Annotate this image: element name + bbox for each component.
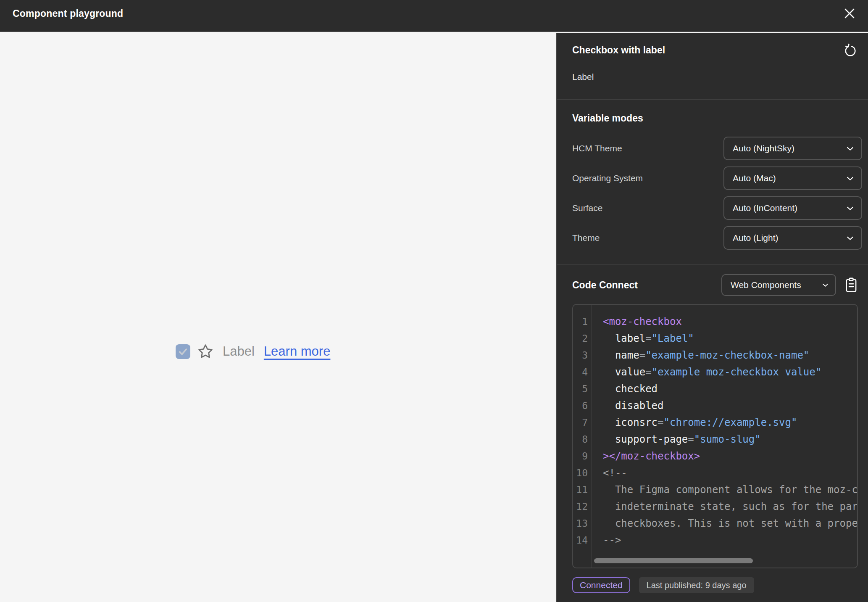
- mode-row-operating-system: Operating System Auto (Mac): [572, 166, 862, 190]
- chevron-down-icon: [822, 283, 829, 287]
- line-number: 1: [573, 313, 592, 330]
- code-line: 13 checkboxes. This is not set with a pr…: [573, 515, 857, 532]
- line-number: 6: [573, 397, 592, 414]
- inspect-panel: Checkbox with label Label Variable modes…: [556, 33, 868, 602]
- theme-select[interactable]: Auto (Light): [723, 226, 862, 250]
- line-number: 7: [573, 414, 592, 431]
- line-number: 13: [573, 515, 592, 532]
- component-canvas: Label Learn more: [0, 33, 556, 602]
- code-line: 7 iconsrc="chrome://example.svg": [573, 414, 857, 431]
- gutter-separator: [592, 305, 592, 568]
- code-line: 3 name="example-moz-checkbox-name": [573, 347, 857, 364]
- mode-label: Operating System: [572, 173, 643, 183]
- select-value: Auto (NightSky): [733, 143, 794, 153]
- line-number: 4: [573, 364, 592, 380]
- chevron-down-icon: [847, 236, 854, 240]
- mode-label: Theme: [572, 233, 600, 243]
- code-line: 10<!--: [573, 465, 857, 481]
- mode-label: HCM Theme: [572, 143, 622, 153]
- line-number: 9: [573, 448, 592, 465]
- code-line: 2 label="Label": [573, 330, 857, 347]
- mode-row-surface: Surface Auto (InContent): [572, 196, 862, 220]
- reset-icon: [843, 43, 858, 58]
- reset-button[interactable]: [843, 43, 858, 58]
- line-number: 12: [573, 498, 592, 515]
- variable-modes-section: Variable modes HCM Theme Auto (NightSky)…: [557, 100, 868, 264]
- line-number: 8: [573, 431, 592, 448]
- select-value: Web Components: [731, 280, 801, 290]
- code-snippet: 1<moz-checkbox2 label="Label"3 name="exa…: [572, 304, 858, 568]
- line-number: 3: [573, 347, 592, 364]
- code-line: 1<moz-checkbox: [573, 313, 857, 330]
- line-number: 10: [573, 465, 592, 481]
- code-line: 12 indeterminate state, such as for the …: [573, 498, 857, 515]
- line-number: 2: [573, 330, 592, 347]
- code-line: 9></moz-checkbox>: [573, 448, 857, 465]
- component-preview: Label Learn more: [176, 343, 330, 360]
- line-number: 11: [573, 481, 592, 498]
- window-titlebar: Component playground: [0, 0, 868, 32]
- surface-select[interactable]: Auto (InContent): [723, 196, 862, 220]
- window-title: Component playground: [13, 8, 123, 19]
- line-number: 5: [573, 380, 592, 397]
- select-value: Auto (Light): [733, 233, 779, 243]
- code-line: 4 value="example moz-checkbox value": [573, 364, 857, 380]
- select-value: Auto (InContent): [733, 203, 797, 213]
- close-button[interactable]: [840, 4, 859, 23]
- code-line: 14-->: [573, 532, 857, 549]
- framework-select[interactable]: Web Components: [721, 274, 836, 296]
- code-line: 5 checked: [573, 380, 857, 397]
- code-line: 11 The Figma component allows for the mo…: [573, 481, 857, 498]
- preview-checkbox-label: Label: [223, 344, 255, 359]
- code-lines: 1<moz-checkbox2 label="Label"3 name="exa…: [573, 305, 857, 549]
- code-line: 8 support-page="sumo-slug": [573, 431, 857, 448]
- code-line: 6 disabled: [573, 397, 857, 414]
- chevron-down-icon: [847, 206, 854, 211]
- mode-row-theme: Theme Auto (Light): [572, 226, 862, 250]
- code-connect-section: Code Connect Web Components 1<mo: [557, 265, 868, 593]
- code-connect-title: Code Connect: [572, 280, 721, 291]
- copy-code-button[interactable]: [844, 277, 858, 293]
- status-badge: Connected: [572, 577, 630, 593]
- component-property-label: Label: [572, 72, 858, 82]
- star-icon: [197, 343, 214, 360]
- close-icon: [843, 7, 856, 20]
- select-value: Auto (Mac): [733, 173, 776, 183]
- last-published-chip: Last published: 9 days ago: [639, 577, 754, 593]
- line-number: 14: [573, 532, 592, 549]
- learn-more-link[interactable]: Learn more: [264, 344, 331, 359]
- check-icon: [177, 346, 189, 357]
- hcm-theme-select[interactable]: Auto (NightSky): [723, 137, 862, 160]
- chevron-down-icon: [847, 176, 854, 181]
- mode-label: Surface: [572, 203, 602, 213]
- variable-modes-title: Variable modes: [572, 113, 868, 124]
- operating-system-select[interactable]: Auto (Mac): [723, 166, 862, 190]
- component-title: Checkbox with label: [572, 45, 665, 56]
- mode-row-hcm-theme: HCM Theme Auto (NightSky): [572, 137, 862, 160]
- clipboard-icon: [844, 277, 858, 293]
- code-connect-footer: Connected Last published: 9 days ago: [572, 577, 858, 593]
- preview-checkbox[interactable]: [176, 344, 190, 359]
- horizontal-scrollbar[interactable]: [594, 558, 753, 563]
- component-header-section: Checkbox with label Label: [557, 33, 868, 99]
- chevron-down-icon: [847, 146, 854, 151]
